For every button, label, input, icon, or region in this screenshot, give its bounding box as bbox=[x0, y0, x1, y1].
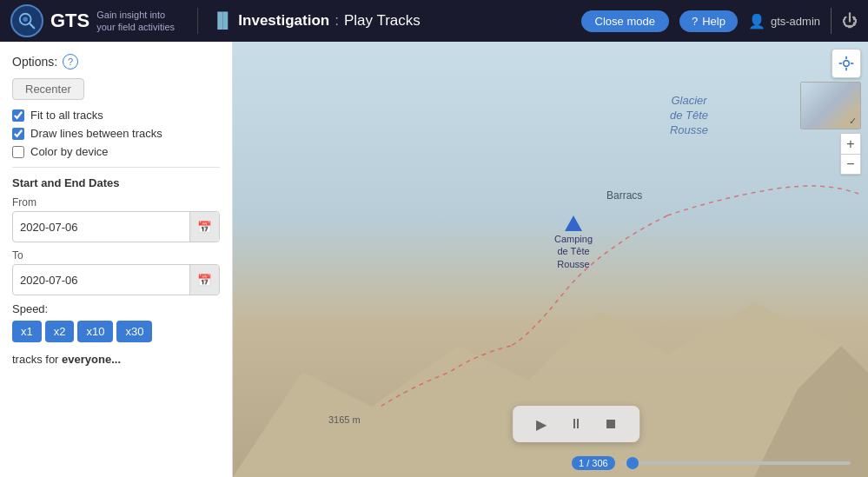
pause-button[interactable]: ⏸ bbox=[565, 413, 587, 435]
zoom-out-button[interactable]: − bbox=[840, 154, 861, 175]
to-date-input-wrap: 📅 bbox=[12, 264, 220, 295]
altitude-label: 3165 m bbox=[328, 414, 361, 425]
header-title: ▐▌ Investigation : Play Tracks bbox=[212, 12, 570, 30]
svg-marker-3 bbox=[233, 302, 867, 477]
color-by-device-checkbox[interactable] bbox=[12, 146, 24, 158]
speed-buttons-group: x1 x2 x10 x30 bbox=[12, 321, 220, 342]
options-help-icon[interactable]: ? bbox=[63, 54, 78, 70]
header-right-divider bbox=[831, 8, 832, 34]
options-panel: Options: ? Recenter Fit to all tracks Dr… bbox=[0, 42, 233, 477]
speed-x1-button[interactable]: x1 bbox=[12, 321, 42, 342]
progress-slider[interactable] bbox=[622, 460, 851, 466]
from-calendar-button[interactable]: 📅 bbox=[189, 212, 219, 242]
logo-area: GTS Gain insight into your field activit… bbox=[10, 4, 183, 37]
dates-section-title: Start and End Dates bbox=[12, 176, 220, 189]
camp-label: Campingde TêteRousse bbox=[554, 233, 593, 270]
user-name-label: gts-admin bbox=[771, 15, 820, 28]
power-icon[interactable]: ⏻ bbox=[842, 12, 858, 30]
glacier-label: Glacier de Tête Rousse bbox=[650, 94, 728, 138]
options-divider bbox=[12, 167, 220, 168]
help-button[interactable]: ? Help bbox=[679, 10, 738, 32]
speed-x30-button[interactable]: x30 bbox=[116, 321, 152, 342]
header-title-separator: : bbox=[335, 12, 339, 30]
play-button[interactable]: ▶ bbox=[530, 413, 553, 435]
user-area: 👤 gts-admin bbox=[748, 13, 820, 30]
calendar-icon: 📅 bbox=[197, 221, 212, 234]
color-by-device-label: Color by device bbox=[30, 145, 109, 158]
fit-all-tracks-label: Fit to all tracks bbox=[30, 109, 103, 122]
svg-point-5 bbox=[844, 61, 850, 67]
svg-line-1 bbox=[30, 23, 35, 29]
main-layout: Options: ? Recenter Fit to all tracks Dr… bbox=[0, 42, 868, 477]
camp-triangle-icon bbox=[565, 215, 582, 231]
recenter-button[interactable]: Recenter bbox=[12, 78, 84, 100]
progress-track bbox=[622, 461, 851, 465]
fit-all-tracks-checkbox[interactable] bbox=[12, 109, 24, 122]
zoom-in-button[interactable]: + bbox=[840, 133, 861, 154]
draw-lines-checkbox[interactable] bbox=[12, 128, 24, 140]
stop-icon: ⏹ bbox=[604, 416, 618, 432]
fit-all-tracks-row: Fit to all tracks bbox=[12, 109, 220, 122]
camp-icon: Campingde TêteRousse bbox=[554, 215, 593, 270]
glacier-line1: Glacier bbox=[671, 94, 706, 107]
speed-x10-button[interactable]: x10 bbox=[77, 321, 113, 342]
svg-point-2 bbox=[23, 17, 28, 22]
speed-x2-button[interactable]: x2 bbox=[45, 321, 75, 342]
calendar-icon-2: 📅 bbox=[197, 274, 212, 287]
map-controls: ✓ + − bbox=[800, 49, 861, 175]
options-header: Options: ? bbox=[12, 54, 220, 70]
from-date-input-wrap: 📅 bbox=[12, 211, 220, 242]
pause-icon: ⏸ bbox=[569, 416, 583, 432]
tracks-bold: everyone... bbox=[62, 353, 121, 366]
speed-label: Speed: bbox=[12, 302, 220, 315]
minimap-thumbnail[interactable]: ✓ bbox=[800, 82, 861, 129]
help-label: Help bbox=[702, 15, 726, 28]
to-calendar-button[interactable]: 📅 bbox=[189, 265, 219, 295]
play-icon: ▶ bbox=[536, 416, 547, 433]
header-investigation-label: Investigation bbox=[238, 12, 329, 30]
location-button[interactable] bbox=[832, 49, 861, 78]
from-label: From bbox=[12, 196, 220, 209]
glacier-line3: Rousse bbox=[670, 123, 708, 136]
glacier-line2: de Tête bbox=[670, 109, 708, 122]
draw-lines-row: Draw lines between tracks bbox=[12, 127, 220, 140]
tracks-label: tracks for everyone... bbox=[12, 353, 220, 366]
close-mode-button[interactable]: Close mode bbox=[581, 10, 669, 32]
barracs-label: Barracs bbox=[606, 189, 642, 203]
progress-badge: 1 / 306 bbox=[572, 456, 615, 470]
progress-area: 1 / 306 bbox=[572, 456, 851, 470]
tracks-text: tracks for bbox=[12, 353, 62, 366]
progress-thumb[interactable] bbox=[626, 457, 639, 469]
header-page-label: Play Tracks bbox=[344, 12, 421, 30]
user-icon: 👤 bbox=[748, 13, 765, 30]
header-title-icon: ▐▌ bbox=[212, 12, 233, 30]
logo-gts-text: GTS bbox=[50, 10, 89, 32]
color-by-device-row: Color by device bbox=[12, 145, 220, 158]
header: GTS Gain insight into your field activit… bbox=[0, 0, 868, 42]
minimap-check: ✓ bbox=[849, 116, 857, 127]
zoom-controls: + − bbox=[840, 133, 861, 175]
logo-tagline: Gain insight into your field activities bbox=[96, 9, 183, 34]
map-area[interactable]: Glacier de Tête Rousse Barracs Campingde… bbox=[233, 42, 868, 477]
from-date-input[interactable] bbox=[13, 215, 189, 239]
stop-button[interactable]: ⏹ bbox=[600, 413, 622, 435]
to-label: To bbox=[12, 249, 220, 262]
header-divider bbox=[197, 8, 198, 34]
options-label: Options: bbox=[12, 55, 57, 69]
logo-icon bbox=[10, 4, 43, 37]
playback-controls: ▶ ⏸ ⏹ bbox=[513, 406, 639, 442]
draw-lines-label: Draw lines between tracks bbox=[30, 127, 162, 140]
help-icon: ? bbox=[692, 15, 698, 28]
to-date-input[interactable] bbox=[13, 268, 189, 292]
